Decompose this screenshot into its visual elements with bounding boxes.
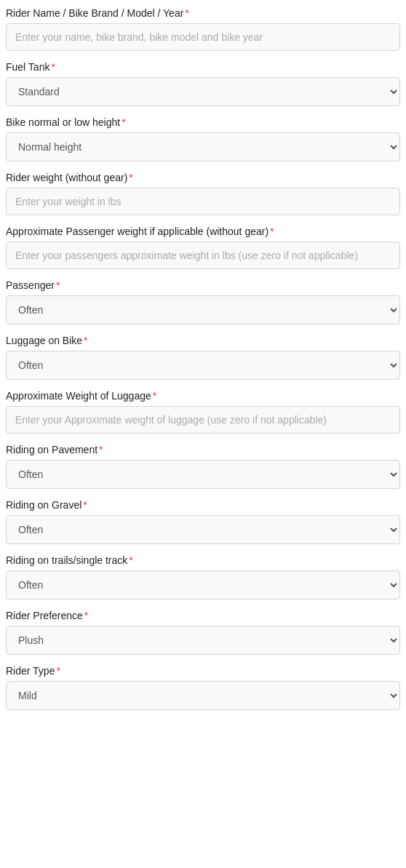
passenger-label: Passenger* bbox=[6, 279, 400, 291]
riding-gravel-select[interactable]: Often Sometimes Never Always bbox=[6, 515, 400, 544]
rider-type-label: Rider Type* bbox=[6, 665, 400, 677]
luggage-bike-label: Luggage on Bike* bbox=[6, 335, 400, 346]
passenger-weight-input[interactable] bbox=[6, 242, 400, 269]
luggage-weight-label-text: Approximate Weight of Luggage bbox=[6, 390, 151, 402]
riding-pavement-select[interactable]: Often Sometimes Never Always bbox=[6, 460, 400, 489]
bike-height-label: Bike normal or low height* bbox=[6, 116, 400, 128]
passenger-select[interactable]: Often Sometimes Never Always bbox=[6, 295, 400, 324]
passenger-weight-label: Approximate Passenger weight if applicab… bbox=[6, 226, 400, 237]
passenger-required: * bbox=[56, 279, 60, 291]
passenger-label-text: Passenger bbox=[6, 279, 55, 291]
fuel-tank-label: Fuel Tank* bbox=[6, 61, 400, 73]
rider-preference-select[interactable]: Plush Firm Balanced bbox=[6, 626, 400, 655]
rider-name-label-text: Rider Name / Bike Brand / Model / Year bbox=[6, 7, 183, 19]
rider-name-required: * bbox=[185, 7, 188, 19]
riding-trails-select[interactable]: Often Sometimes Never Always bbox=[6, 570, 400, 600]
fuel-tank-required: * bbox=[51, 61, 55, 73]
luggage-bike-required: * bbox=[84, 335, 87, 346]
passenger-field: Passenger* Often Sometimes Never Always bbox=[6, 279, 400, 324]
rider-weight-required: * bbox=[129, 172, 132, 183]
luggage-weight-field: Approximate Weight of Luggage* bbox=[6, 390, 400, 434]
fuel-tank-field: Fuel Tank* Standard Large Small bbox=[6, 61, 400, 106]
riding-gravel-label: Riding on Gravel* bbox=[6, 499, 400, 511]
rider-type-select[interactable]: Mild Moderate Aggressive bbox=[6, 681, 400, 710]
riding-trails-field: Riding on trails/single track* Often Som… bbox=[6, 554, 400, 600]
rider-name-label: Rider Name / Bike Brand / Model / Year* bbox=[6, 7, 400, 19]
rider-weight-label: Rider weight (without gear)* bbox=[6, 172, 400, 183]
riding-trails-label-text: Riding on trails/single track bbox=[6, 554, 127, 566]
luggage-weight-required: * bbox=[153, 390, 156, 402]
luggage-bike-select[interactable]: Often Sometimes Never Always bbox=[6, 351, 400, 380]
rider-weight-field: Rider weight (without gear)* bbox=[6, 172, 400, 215]
luggage-bike-field: Luggage on Bike* Often Sometimes Never A… bbox=[6, 335, 400, 380]
luggage-bike-label-text: Luggage on Bike bbox=[6, 335, 82, 346]
bike-height-label-text: Bike normal or low height bbox=[6, 116, 120, 128]
rider-name-field: Rider Name / Bike Brand / Model / Year* bbox=[6, 7, 400, 51]
bike-height-field: Bike normal or low height* Normal height… bbox=[6, 116, 400, 162]
rider-type-field: Rider Type* Mild Moderate Aggressive bbox=[6, 665, 400, 710]
riding-trails-required: * bbox=[129, 554, 132, 566]
passenger-weight-required: * bbox=[270, 226, 274, 237]
rider-name-input[interactable] bbox=[6, 23, 400, 51]
riding-trails-label: Riding on trails/single track* bbox=[6, 554, 400, 566]
fuel-tank-select[interactable]: Standard Large Small bbox=[6, 77, 400, 106]
passenger-weight-field: Approximate Passenger weight if applicab… bbox=[6, 226, 400, 269]
rider-preference-label: Rider Preference* bbox=[6, 610, 400, 621]
rider-weight-label-text: Rider weight (without gear) bbox=[6, 172, 127, 183]
fuel-tank-label-text: Fuel Tank bbox=[6, 61, 49, 73]
rider-weight-input[interactable] bbox=[6, 188, 400, 215]
rider-type-required: * bbox=[56, 665, 60, 677]
rider-preference-required: * bbox=[84, 610, 88, 621]
rider-type-label-text: Rider Type bbox=[6, 665, 55, 677]
passenger-weight-label-text: Approximate Passenger weight if applicab… bbox=[6, 226, 268, 237]
riding-pavement-field: Riding on Pavement* Often Sometimes Neve… bbox=[6, 444, 400, 489]
riding-pavement-label-text: Riding on Pavement bbox=[6, 444, 97, 455]
luggage-weight-label: Approximate Weight of Luggage* bbox=[6, 390, 400, 402]
rider-preference-field: Rider Preference* Plush Firm Balanced bbox=[6, 610, 400, 655]
riding-gravel-required: * bbox=[83, 499, 87, 511]
riding-pavement-required: * bbox=[99, 444, 103, 455]
bike-height-select[interactable]: Normal height Low height bbox=[6, 132, 400, 162]
luggage-weight-input[interactable] bbox=[6, 406, 400, 434]
riding-gravel-label-text: Riding on Gravel bbox=[6, 499, 81, 511]
rider-preference-label-text: Rider Preference bbox=[6, 610, 83, 621]
riding-pavement-label: Riding on Pavement* bbox=[6, 444, 400, 455]
bike-height-required: * bbox=[122, 116, 125, 128]
riding-gravel-field: Riding on Gravel* Often Sometimes Never … bbox=[6, 499, 400, 544]
